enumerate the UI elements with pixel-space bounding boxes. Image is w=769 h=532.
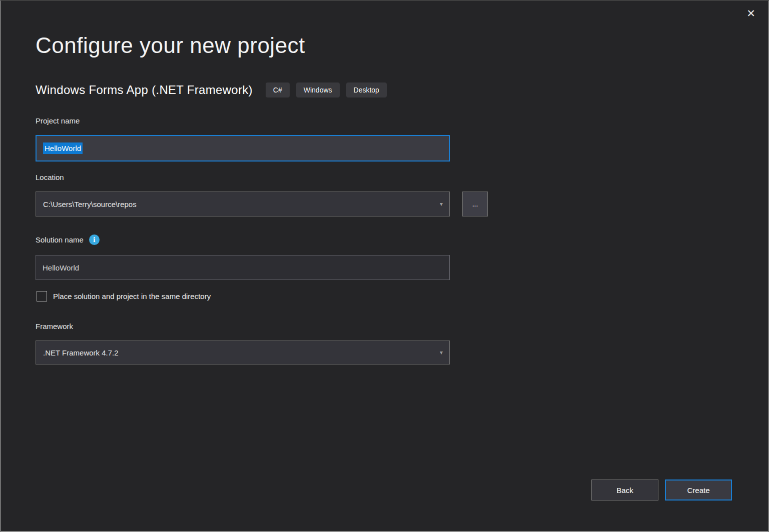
tag-platform: Windows bbox=[296, 82, 340, 98]
solution-name-input[interactable]: HelloWorld bbox=[36, 255, 450, 280]
tag-project-type: Desktop bbox=[346, 82, 387, 98]
back-button[interactable]: Back bbox=[591, 480, 658, 500]
browse-location-button[interactable]: ... bbox=[462, 192, 488, 216]
project-name-selected-text: HelloWorld bbox=[43, 142, 83, 154]
project-name-input[interactable]: HelloWorld bbox=[36, 135, 450, 162]
chevron-down-icon: ▾ bbox=[440, 349, 443, 356]
solution-name-label: Solution name i bbox=[36, 234, 100, 245]
configure-project-dialog: ✕ Configure your new project Windows For… bbox=[0, 0, 769, 532]
same-directory-option[interactable]: Place solution and project in the same d… bbox=[37, 291, 211, 302]
page-title: Configure your new project bbox=[36, 33, 305, 58]
location-label: Location bbox=[36, 173, 64, 182]
framework-label: Framework bbox=[36, 322, 73, 330]
solution-name-value: HelloWorld bbox=[43, 264, 79, 272]
create-button[interactable]: Create bbox=[665, 480, 732, 500]
solution-name-label-text: Solution name bbox=[36, 236, 84, 244]
template-name: Windows Forms App (.NET Framework) bbox=[36, 83, 253, 97]
location-dropdown[interactable]: C:\Users\Terry\source\repos ▾ bbox=[36, 192, 450, 216]
framework-value: .NET Framework 4.7.2 bbox=[43, 348, 119, 357]
tag-language: C# bbox=[266, 82, 290, 98]
chevron-down-icon: ▾ bbox=[440, 200, 443, 208]
same-directory-label: Place solution and project in the same d… bbox=[53, 292, 211, 300]
same-directory-checkbox[interactable] bbox=[37, 291, 47, 302]
template-summary: Windows Forms App (.NET Framework) C# Wi… bbox=[36, 82, 393, 98]
framework-dropdown[interactable]: .NET Framework 4.7.2 ▾ bbox=[36, 340, 450, 364]
project-name-label: Project name bbox=[36, 116, 80, 125]
info-icon[interactable]: i bbox=[89, 234, 100, 245]
close-icon[interactable]: ✕ bbox=[741, 5, 761, 22]
location-value: C:\Users\Terry\source\repos bbox=[43, 200, 137, 208]
